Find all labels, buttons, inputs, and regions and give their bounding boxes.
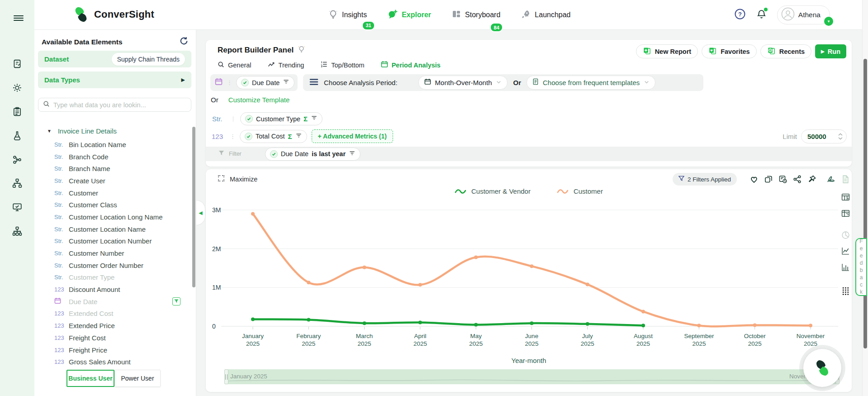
nav-insights[interactable]: Insights 31	[328, 10, 367, 21]
help-icon[interactable]: ?	[734, 8, 746, 22]
data-element-row[interactable]: 123Freight Cost	[34, 332, 192, 344]
data-point[interactable]	[474, 323, 478, 327]
feedback-tab[interactable]: Feedback	[855, 238, 867, 296]
filter-applied-icon[interactable]	[172, 297, 180, 305]
drag-handle-icon[interactable]: ⋮	[230, 115, 236, 122]
duplicate-icon[interactable]	[764, 175, 773, 184]
filters-applied-button[interactable]: 2 Filters Applied	[673, 173, 737, 186]
report-file-icon[interactable]	[11, 57, 24, 70]
business-user-button[interactable]: Business User	[66, 370, 114, 387]
user-menu[interactable]: Athena ▼	[777, 5, 830, 24]
data-element-row[interactable]: Str.Customer Location Long Name	[34, 211, 192, 223]
data-element-row[interactable]: Str.Branch Code	[34, 151, 192, 163]
data-point[interactable]	[307, 281, 310, 284]
data-element-row[interactable]: 123Freight Price	[34, 344, 192, 356]
data-point[interactable]	[418, 320, 422, 324]
settings-gear-icon[interactable]	[11, 81, 24, 94]
filter-lines-icon[interactable]	[349, 150, 356, 158]
legend-item[interactable]: Customer	[557, 187, 603, 195]
data-point[interactable]	[363, 266, 366, 269]
customize-template-link[interactable]: Customize Template	[228, 96, 290, 104]
notifications-bell-icon[interactable]	[756, 9, 767, 22]
data-point[interactable]	[363, 321, 366, 325]
time-range-slider[interactable]: January 2025 November 2025	[225, 369, 839, 384]
conversight-logo[interactable]: ConverSight	[72, 6, 154, 23]
legend-item[interactable]: Customer & Vendor	[455, 187, 531, 195]
data-element-row[interactable]: Str.Bin Location Name	[34, 138, 192, 151]
data-types-toggle[interactable]: Data Types ▶	[38, 72, 191, 88]
bar-chart-icon[interactable]	[840, 262, 850, 272]
hierarchy-icon[interactable]	[11, 177, 24, 190]
stepper-control[interactable]	[835, 130, 846, 143]
data-point[interactable]	[809, 324, 812, 327]
share-icon[interactable]	[793, 175, 802, 184]
series-line-customer---vendor[interactable]	[253, 320, 643, 326]
tab-top-bottom[interactable]: Top/Bottom	[320, 61, 364, 69]
filter-lines-icon[interactable]	[295, 132, 302, 141]
drag-handle-icon[interactable]: ⋮	[227, 79, 232, 86]
tree-group-invoice-line-details[interactable]: ▼ Invoice Line Details	[34, 123, 192, 138]
dataset-value[interactable]: Supply Chain Threads	[112, 53, 185, 66]
lab-flask-icon[interactable]	[11, 129, 24, 142]
page-scrollbar[interactable]	[862, 0, 868, 396]
data-table-icon[interactable]	[840, 192, 850, 202]
hint-bulb-icon[interactable]	[298, 45, 305, 55]
data-point[interactable]	[586, 322, 589, 326]
nav-explorer[interactable]: Explorer	[388, 9, 431, 21]
frequent-templates-dropdown[interactable]: Choose from frequent templates	[526, 76, 655, 90]
refresh-icon[interactable]	[179, 36, 189, 48]
athena-chat-button[interactable]	[803, 349, 841, 387]
check-circle-icon[interactable]	[241, 79, 249, 86]
org-chart-icon[interactable]	[11, 225, 24, 238]
data-element-row[interactable]: 123Discount Amount	[34, 283, 192, 296]
check-circle-icon[interactable]	[245, 115, 253, 123]
data-point[interactable]	[641, 310, 645, 313]
line-chart-icon[interactable]	[840, 246, 850, 256]
run-button[interactable]: ▶ Run	[815, 44, 846, 58]
recents-button[interactable]: Recents	[760, 44, 811, 58]
check-circle-icon[interactable]	[245, 133, 252, 140]
scrollbar-thumb[interactable]	[863, 59, 867, 348]
nav-launchpad[interactable]: Launchpad	[521, 10, 570, 21]
data-element-row[interactable]: Str.Create User	[34, 175, 192, 187]
data-element-row[interactable]: Str.Customer Location Number	[34, 235, 192, 248]
data-point[interactable]	[641, 324, 645, 327]
pin-icon[interactable]	[807, 175, 816, 184]
data-element-row[interactable]: 123Extended Price	[34, 320, 192, 332]
data-point[interactable]	[307, 318, 310, 321]
maximize-button[interactable]: Maximize	[218, 175, 257, 183]
limit-input[interactable]	[802, 133, 830, 140]
sidebar-scrollbar[interactable]	[192, 127, 195, 287]
data-element-row[interactable]: Str.Customer	[34, 187, 192, 199]
data-element-row[interactable]: Due Date	[34, 296, 192, 308]
export-excel-icon[interactable]	[841, 175, 850, 184]
drag-handle-icon[interactable]: ⋮	[230, 133, 235, 140]
favorite-heart-icon[interactable]	[749, 175, 759, 184]
data-point[interactable]	[530, 321, 534, 325]
customer-type-pill[interactable]: Customer Type Σ	[240, 112, 323, 125]
data-element-row[interactable]: 123Gross Sales Amount	[34, 356, 192, 367]
filter-lines-icon[interactable]	[283, 78, 289, 87]
power-user-button[interactable]: Power User	[114, 370, 161, 387]
nav-storyboard[interactable]: Storyboard 84	[452, 10, 500, 20]
sigma-aggregate-icon[interactable]: Σ	[304, 115, 308, 123]
series-line-customer[interactable]	[253, 214, 811, 326]
data-element-row[interactable]: Str.Customer Location Name	[34, 223, 192, 235]
favorites-button[interactable]: Favorites	[702, 44, 756, 58]
data-point[interactable]	[586, 282, 589, 286]
tab-period-analysis[interactable]: Period Analysis	[381, 61, 441, 69]
filter-lines-icon[interactable]	[311, 115, 318, 123]
data-element-row[interactable]: Str.Customer Order Number	[34, 259, 192, 272]
data-point[interactable]	[697, 324, 701, 327]
more-charts-grid-icon[interactable]	[840, 286, 850, 296]
due-date-filter-pill[interactable]: Due Date is last year	[265, 148, 360, 161]
data-point[interactable]	[418, 283, 422, 286]
data-element-row[interactable]: Str.Branch Name	[34, 162, 192, 175]
schedule-report-icon[interactable]	[778, 175, 787, 184]
data-point[interactable]	[753, 323, 757, 327]
clipboard-list-icon[interactable]	[11, 105, 24, 118]
analysis-period-dropdown[interactable]: Month-Over-Month	[418, 76, 508, 90]
tab-trending[interactable]: Trending	[268, 61, 304, 69]
slider-left-handle[interactable]	[224, 369, 228, 384]
menu-lines-icon[interactable]	[309, 78, 318, 87]
